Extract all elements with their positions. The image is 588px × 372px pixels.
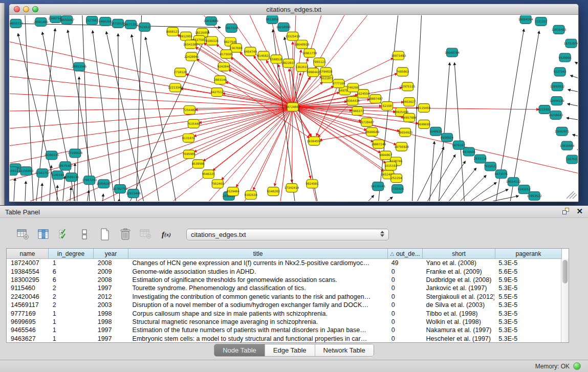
graph-edge[interactable] bbox=[430, 142, 434, 201]
table-row[interactable]: 1456911722003Disruption of a novel membe… bbox=[7, 301, 561, 309]
graph-edge[interactable] bbox=[10, 94, 293, 107]
graph-edge[interactable] bbox=[74, 163, 75, 201]
table-cell[interactable]: Stergiakouli et al. (2012) bbox=[422, 293, 495, 300]
table-cell[interactable]: Hescheler et al. (1997) bbox=[422, 335, 495, 342]
graph-edge[interactable] bbox=[439, 161, 465, 201]
table-cell[interactable]: 2008 bbox=[94, 276, 128, 283]
table-cell[interactable]: 6 bbox=[49, 268, 94, 275]
function-builder-icon[interactable]: f(x) bbox=[159, 226, 174, 243]
graph-edge[interactable] bbox=[82, 15, 90, 201]
column-header-pagerank[interactable]: pagerank bbox=[495, 249, 562, 259]
table-cell[interactable]: 1997 bbox=[94, 285, 128, 292]
graph-edge[interactable] bbox=[213, 107, 293, 170]
table-cell[interactable]: 9463627 bbox=[7, 335, 49, 342]
graph-edge[interactable] bbox=[194, 107, 293, 137]
table-cell[interactable]: de Silva et al. (2003) bbox=[422, 301, 495, 309]
tab-node-table[interactable]: Node Table bbox=[214, 344, 265, 356]
table-row[interactable]: 2242004622012Investigating the contribut… bbox=[7, 293, 561, 301]
table-cell[interactable]: 2 bbox=[49, 301, 94, 309]
table-cell[interactable]: 2008 bbox=[94, 259, 128, 267]
delete-table-icon[interactable] bbox=[118, 226, 133, 243]
table-cell[interactable]: Franke et al. (2009) bbox=[422, 268, 495, 275]
memory-status-indicator[interactable] bbox=[573, 362, 581, 370]
graph-edge[interactable] bbox=[368, 195, 374, 201]
graph-edge[interactable] bbox=[482, 189, 508, 201]
table-cell[interactable]: Yano et al. (2008) bbox=[422, 259, 495, 267]
show-columns-icon[interactable] bbox=[36, 226, 51, 243]
graph-edge[interactable] bbox=[510, 31, 539, 201]
graph-edge[interactable] bbox=[137, 15, 142, 201]
network-window[interactable]: citations_edges.txt 14055724206914062349… bbox=[9, 4, 579, 202]
select-visible-columns-icon[interactable] bbox=[56, 226, 72, 243]
column-header-title[interactable]: title bbox=[128, 249, 388, 259]
row-height-icon[interactable] bbox=[77, 226, 92, 243]
table-cell[interactable]: Disruption of a novel member of a sodium… bbox=[128, 301, 387, 309]
tab-network-table[interactable]: Network Table bbox=[315, 344, 374, 356]
graph-edge[interactable] bbox=[106, 32, 144, 201]
table-cell[interactable]: 5.3E-5 bbox=[494, 318, 561, 325]
table-cell[interactable]: 9699695 bbox=[7, 318, 49, 325]
table-cell[interactable]: 18300295 bbox=[7, 276, 49, 283]
table-cell[interactable]: 9115460 bbox=[7, 285, 49, 292]
graph-edge[interactable] bbox=[428, 155, 455, 201]
graph-edge[interactable] bbox=[119, 199, 120, 201]
table-cell[interactable]: Genome-wide association studies in ADHD. bbox=[128, 268, 387, 275]
table-cell[interactable]: Tibbo et al. (1998) bbox=[422, 310, 495, 317]
table-row[interactable]: 969969511998Structural magnetic resonanc… bbox=[7, 318, 561, 326]
table-cell[interactable]: 1 bbox=[49, 335, 94, 342]
table-cell[interactable]: Dudbridge et al. (2008) bbox=[422, 276, 495, 283]
table-cell[interactable]: 2003 bbox=[94, 301, 128, 309]
table-cell[interactable]: 1997 bbox=[94, 326, 128, 334]
table-cell[interactable]: 9777169 bbox=[7, 310, 49, 317]
table-cell[interactable]: 0 bbox=[387, 326, 422, 334]
table-row[interactable]: 1938455462009Genome-wide association stu… bbox=[7, 267, 561, 275]
table-cell[interactable]: Jankovic et al. (1997) bbox=[422, 285, 495, 292]
graph-edge[interactable] bbox=[57, 185, 58, 201]
table-cell[interactable]: 22420046 bbox=[7, 293, 49, 300]
table-row[interactable]: 911546021997Tourette syndrome. Phenomeno… bbox=[7, 284, 561, 292]
table-cell[interactable]: 5.6E-5 bbox=[494, 268, 561, 275]
graph-edge[interactable] bbox=[118, 34, 120, 201]
tab-edge-table[interactable]: Edge Table bbox=[265, 344, 315, 356]
create-table-icon[interactable] bbox=[97, 226, 113, 243]
column-header-short[interactable]: short bbox=[423, 249, 495, 259]
table-cell[interactable]: 1998 bbox=[94, 310, 128, 317]
graph-edge[interactable] bbox=[449, 168, 476, 201]
float-panel-icon[interactable] bbox=[562, 207, 570, 215]
table-cell[interactable]: 5.5E-5 bbox=[494, 293, 561, 300]
table-cell[interactable]: 5.3E-5 bbox=[494, 326, 561, 334]
table-cell[interactable]: 1 bbox=[49, 318, 94, 325]
table-cell[interactable]: Tourette syndrome. Phenomenology and cla… bbox=[128, 285, 387, 292]
graph-edge[interactable] bbox=[418, 147, 444, 201]
table-cell[interactable]: 1997 bbox=[94, 335, 128, 342]
table-row[interactable]: 946362711997Embryonic stem cells: a mode… bbox=[7, 335, 561, 342]
table-cell[interactable]: 5.3E-5 bbox=[494, 259, 561, 267]
table-cell[interactable]: 0 bbox=[387, 335, 422, 342]
table-cell[interactable]: 0 bbox=[387, 301, 422, 309]
table-settings-icon[interactable] bbox=[15, 226, 31, 243]
graph-edge[interactable] bbox=[145, 37, 176, 201]
table-cell[interactable]: 5.9E-5 bbox=[494, 276, 561, 283]
table-cell[interactable]: 14569117 bbox=[7, 301, 49, 309]
table-row[interactable]: 946554611997Estimation of the future num… bbox=[7, 326, 561, 334]
table-cell[interactable]: 1 bbox=[49, 326, 94, 334]
table-cell[interactable]: 5.3E-5 bbox=[494, 335, 561, 342]
table-row[interactable]: 977716911998Corpus callosum shape and si… bbox=[7, 309, 561, 317]
table-cell[interactable]: Estimation of the future numbers of pati… bbox=[128, 326, 387, 334]
table-cell[interactable]: 0 bbox=[387, 293, 422, 300]
column-header-outde[interactable]: △out_de... bbox=[388, 249, 423, 259]
network-canvas[interactable]: 1405572420691406234971411065326715276026… bbox=[10, 15, 578, 201]
column-header-indegree[interactable]: in_degree bbox=[49, 249, 94, 259]
table-cell[interactable]: 0 bbox=[387, 285, 422, 292]
table-cell[interactable]: Wolkin et al. (1998) bbox=[422, 318, 495, 325]
table-row[interactable]: 1872400712008Changes of HCN gene express… bbox=[7, 259, 561, 267]
table-cell[interactable]: 5.3E-5 bbox=[494, 301, 561, 309]
table-cell[interactable]: 0 bbox=[387, 318, 422, 325]
table-cell[interactable]: Estimation of significance thresholds fo… bbox=[128, 276, 387, 283]
table-cell[interactable]: 6 bbox=[49, 276, 94, 283]
graph-edge[interactable] bbox=[93, 31, 115, 201]
graph-edge[interactable] bbox=[575, 62, 578, 63]
table-cell[interactable]: Structural magnetic resonance image aver… bbox=[128, 318, 387, 325]
table-cell[interactable]: 1 bbox=[49, 259, 94, 267]
network-window-titlebar[interactable]: citations_edges.txt bbox=[9, 4, 578, 15]
